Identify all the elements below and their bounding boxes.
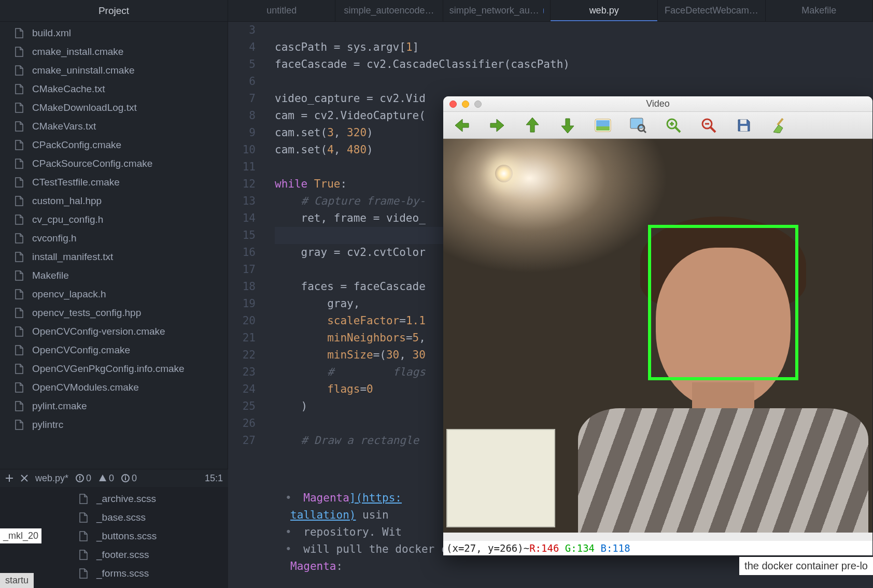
file-tree-item[interactable]: CMakeVars.txt: [0, 117, 228, 136]
file-icon: [13, 121, 25, 132]
file-tree-item[interactable]: _base.scss: [67, 508, 233, 527]
editor-tab[interactable]: Makefile: [766, 0, 873, 21]
file-tree-item[interactable]: pylint.cmake: [0, 397, 228, 415]
line-number: 19: [228, 295, 256, 312]
laptop-screen: [446, 429, 555, 527]
modified-indicator-icon: [543, 8, 544, 13]
file-tree-item[interactable]: CPackSourceConfig.cmake: [0, 154, 228, 173]
line-number: 12: [228, 176, 256, 193]
file-name: CTestTestfile.cmake: [32, 177, 120, 188]
line-number: 26: [228, 415, 256, 432]
error-count[interactable]: 0: [76, 473, 91, 484]
info-count[interactable]: 0: [121, 473, 137, 484]
pixel-r: R:146: [529, 542, 559, 554]
line-number: 7: [228, 90, 256, 107]
video-toolbar: [443, 112, 872, 139]
status-file[interactable]: web.py*: [35, 473, 68, 484]
file-tree-item[interactable]: opencv_lapack.h: [0, 285, 228, 304]
file-tree-item[interactable]: install_manifest.txt: [0, 248, 228, 266]
line-number: 20: [228, 312, 256, 329]
svg-line-11: [643, 130, 646, 133]
search-image-icon[interactable]: [628, 115, 649, 136]
file-tree-item[interactable]: cv_cpu_config.h: [0, 210, 228, 229]
file-icon: [13, 252, 25, 262]
editor-tab[interactable]: FaceDetectWebcam…: [658, 0, 765, 21]
file-name: Makefile: [32, 270, 69, 281]
svg-rect-20: [740, 126, 748, 131]
file-name: OpenCVGenPkgConfig.info.cmake: [32, 363, 185, 375]
image-icon[interactable]: [593, 115, 613, 136]
file-icon: [13, 214, 25, 225]
file-tree-item[interactable]: _footer.scss: [67, 546, 233, 564]
svg-rect-4: [125, 477, 126, 480]
svg-line-13: [675, 127, 680, 132]
file-name: CPackSourceConfig.cmake: [32, 158, 152, 169]
arrow-down-icon[interactable]: [557, 115, 578, 136]
cursor-position[interactable]: 15:1: [205, 473, 223, 484]
zoom-out-icon[interactable]: [698, 115, 719, 136]
file-tree: build.xmlcmake_install.cmakecmake_uninst…: [0, 22, 228, 434]
file-icon: [13, 65, 25, 76]
editor-tab[interactable]: web.py: [551, 0, 658, 21]
file-name: install_manifest.txt: [32, 251, 113, 263]
file-tree-item[interactable]: _forms.scss: [67, 564, 233, 583]
file-name: CPackConfig.cmake: [32, 139, 121, 151]
broom-icon[interactable]: [769, 115, 790, 136]
file-tree-item[interactable]: CTestTestfile.cmake: [0, 173, 228, 192]
file-tree-item[interactable]: cmake_uninstall.cmake: [0, 61, 228, 80]
warning-count[interactable]: 0: [98, 473, 114, 484]
svg-rect-2: [79, 479, 80, 480]
editor-tab[interactable]: untitled: [228, 0, 335, 21]
file-icon: [13, 84, 25, 94]
file-tree-item[interactable]: CMakeCache.txt: [0, 80, 228, 98]
editor-tabs: untitledsimple_autoencode…simple_network…: [228, 0, 873, 22]
file-name: cvconfig.h: [32, 233, 77, 244]
line-number: 6: [228, 73, 256, 90]
file-name: OpenCVConfig.cmake: [32, 345, 130, 356]
file-tree-item[interactable]: _buttons.scss: [67, 527, 233, 546]
arrow-left-icon[interactable]: [452, 115, 472, 136]
line-number: 13: [228, 193, 256, 210]
pixel-b: B:118: [600, 542, 630, 554]
file-tree-item[interactable]: build.xml: [0, 24, 228, 42]
file-tree-item[interactable]: cmake_install.cmake: [0, 42, 228, 61]
pixel-g: G:134: [565, 542, 595, 554]
file-icon: [13, 270, 25, 281]
file-name: pylint.cmake: [32, 400, 87, 412]
file-name: cv_cpu_config.h: [32, 214, 103, 225]
file-icon: [13, 47, 25, 57]
file-name: CMakeVars.txt: [32, 121, 96, 132]
file-name: custom_hal.hpp: [32, 195, 102, 207]
arrow-up-icon[interactable]: [522, 115, 543, 136]
file-tree-item[interactable]: pylintrc: [0, 415, 228, 434]
window-titlebar[interactable]: Video: [443, 96, 872, 112]
pixel-readout: (x=27, y=266) ~ R:146 G:134 B:118: [443, 541, 872, 555]
zoom-in-icon[interactable]: [663, 115, 684, 136]
file-tree-item[interactable]: OpenCVGenPkgConfig.info.cmake: [0, 360, 228, 378]
file-name: cmake_uninstall.cmake: [32, 65, 134, 76]
file-tree-item[interactable]: cvconfig.h: [0, 229, 228, 248]
line-number: 25: [228, 398, 256, 415]
arrow-right-icon[interactable]: [487, 115, 508, 136]
file-tree-item[interactable]: Makefile: [0, 266, 228, 285]
file-tree-item[interactable]: OpenCVModules.cmake: [0, 378, 228, 397]
video-window[interactable]: Video (x=27, y=266) ~ R:146 G:134 B:118: [443, 96, 872, 555]
file-tree-item[interactable]: OpenCVConfig.cmake: [0, 341, 228, 360]
save-icon[interactable]: [734, 115, 754, 136]
file-name: build.xml: [32, 27, 71, 39]
file-name: cmake_install.cmake: [32, 46, 123, 58]
ceiling-light: [495, 165, 513, 182]
line-number: 9: [228, 124, 256, 141]
editor-tab[interactable]: simple_network_au…: [443, 0, 551, 21]
file-tree-item[interactable]: OpenCVConfig-version.cmake: [0, 322, 228, 341]
file-tree-item[interactable]: CMakeDownloadLog.txt: [0, 98, 228, 117]
file-tree-item[interactable]: _archive.scss: [67, 490, 233, 508]
file-tree-item[interactable]: opencv_tests_config.hpp: [0, 304, 228, 322]
editor-tab[interactable]: simple_autoencode…: [335, 0, 443, 21]
new-file-icon[interactable]: [5, 474, 13, 482]
close-icon[interactable]: [21, 475, 28, 482]
file-icon: [13, 28, 25, 38]
file-tree-item[interactable]: custom_hal.hpp: [0, 192, 228, 210]
line-number: 14: [228, 210, 256, 227]
file-tree-item[interactable]: CPackConfig.cmake: [0, 136, 228, 154]
